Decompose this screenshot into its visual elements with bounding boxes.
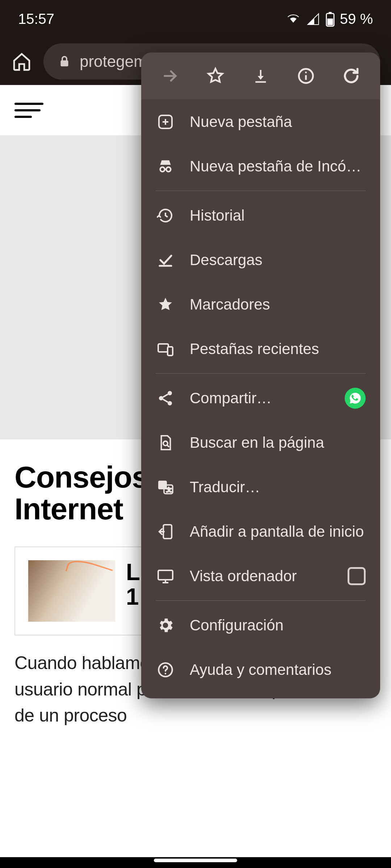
home-button[interactable] <box>11 51 33 72</box>
menu-label: Marcadores <box>190 296 366 313</box>
star-outline-icon <box>206 66 225 86</box>
lock-icon <box>58 54 71 69</box>
menu-label: Compartir… <box>190 390 330 407</box>
status-bar: 15:57 59 % <box>0 0 391 38</box>
menu-find-in-page[interactable]: Buscar en la página <box>141 420 380 465</box>
svg-point-9 <box>166 167 171 172</box>
menu-label: Buscar en la página <box>190 434 366 451</box>
whatsapp-icon <box>349 392 362 405</box>
navigation-bar <box>0 857 391 868</box>
help-icon <box>156 661 175 679</box>
menu-recent-tabs[interactable]: Pestañas recientes <box>141 327 380 371</box>
add-to-home-icon <box>157 523 174 541</box>
menu-label: Vista ordenador <box>190 567 333 585</box>
download-icon <box>252 67 270 85</box>
find-in-page-icon <box>157 434 174 452</box>
desktop-checkbox[interactable] <box>348 567 366 585</box>
menu-label: Descargas <box>190 251 366 269</box>
battery-text: 59 % <box>340 11 373 27</box>
svg-rect-21 <box>158 570 173 580</box>
svg-rect-2 <box>327 18 333 25</box>
menu-settings[interactable]: Configuración <box>141 603 380 647</box>
menu-add-to-home[interactable]: Añadir a pantalla de inicio <box>141 509 380 554</box>
svg-point-23 <box>165 673 167 675</box>
gear-icon <box>156 616 175 634</box>
bookmark-button[interactable] <box>199 60 231 92</box>
star-icon <box>156 295 175 314</box>
forward-button[interactable] <box>154 60 186 92</box>
menu-label: Pestañas recientes <box>190 340 366 358</box>
info-icon <box>297 67 315 85</box>
svg-point-6 <box>305 72 307 73</box>
menu-label: Nueva pestaña de Incó… <box>190 158 366 175</box>
battery-icon <box>325 12 335 27</box>
menu-bookmarks[interactable]: Marcadores <box>141 282 380 327</box>
menu-label: Configuración <box>190 617 366 634</box>
menu-label: Nueva pestaña <box>190 113 366 131</box>
status-right: 59 % <box>286 11 373 27</box>
menu-label: Traducir… <box>190 478 366 496</box>
menu-label: Ayuda y comentarios <box>190 661 366 678</box>
refresh-icon <box>342 67 361 85</box>
overflow-menu: Nueva pestaña Nueva pestaña de Incó… His… <box>141 52 380 698</box>
svg-point-14 <box>168 401 172 405</box>
reload-button[interactable] <box>335 60 367 92</box>
svg-rect-1 <box>328 12 332 13</box>
svg-text:G: G <box>160 482 165 488</box>
svg-point-15 <box>163 441 168 445</box>
status-time: 15:57 <box>18 11 54 27</box>
card-thumb <box>28 560 115 622</box>
svg-text:文: 文 <box>167 487 172 493</box>
menu-top-actions <box>141 52 380 99</box>
nav-handle[interactable] <box>154 859 237 862</box>
menu-history[interactable]: Historial <box>141 193 380 238</box>
menu-separator <box>156 191 366 191</box>
arrow-forward-icon <box>161 67 180 85</box>
translate-icon: G文 <box>157 478 174 496</box>
devices-icon <box>156 340 175 358</box>
incognito-icon <box>156 157 175 175</box>
svg-point-12 <box>168 391 172 395</box>
home-icon <box>12 51 32 72</box>
menu-new-incognito[interactable]: Nueva pestaña de Incó… <box>141 144 380 188</box>
svg-rect-11 <box>168 347 173 356</box>
svg-rect-3 <box>61 60 68 67</box>
menu-label: Añadir a pantalla de inicio <box>190 523 366 540</box>
page-info-button[interactable] <box>290 60 322 92</box>
desktop-icon <box>156 567 175 585</box>
signal-icon <box>306 13 320 26</box>
hamburger-button[interactable] <box>14 98 43 122</box>
svg-rect-10 <box>158 344 168 352</box>
menu-share[interactable]: Compartir… <box>141 376 380 420</box>
plus-box-icon <box>157 113 174 131</box>
menu-desktop-site[interactable]: Vista ordenador <box>141 554 380 598</box>
menu-label: Historial <box>190 207 366 224</box>
whatsapp-badge[interactable] <box>345 388 366 409</box>
download-button[interactable] <box>245 60 277 92</box>
menu-help[interactable]: Ayuda y comentarios <box>141 647 380 692</box>
menu-downloads[interactable]: Descargas <box>141 238 380 282</box>
menu-separator <box>156 600 366 601</box>
wifi-icon <box>286 13 301 26</box>
menu-translate[interactable]: G文 Traducir… <box>141 465 380 509</box>
url-text: protegem <box>80 52 147 71</box>
share-icon <box>157 390 174 407</box>
svg-point-13 <box>159 396 163 400</box>
downloads-done-icon <box>157 251 174 269</box>
history-icon <box>157 207 174 224</box>
svg-point-8 <box>160 167 165 172</box>
menu-separator <box>156 373 366 374</box>
menu-new-tab[interactable]: Nueva pestaña <box>141 99 380 144</box>
